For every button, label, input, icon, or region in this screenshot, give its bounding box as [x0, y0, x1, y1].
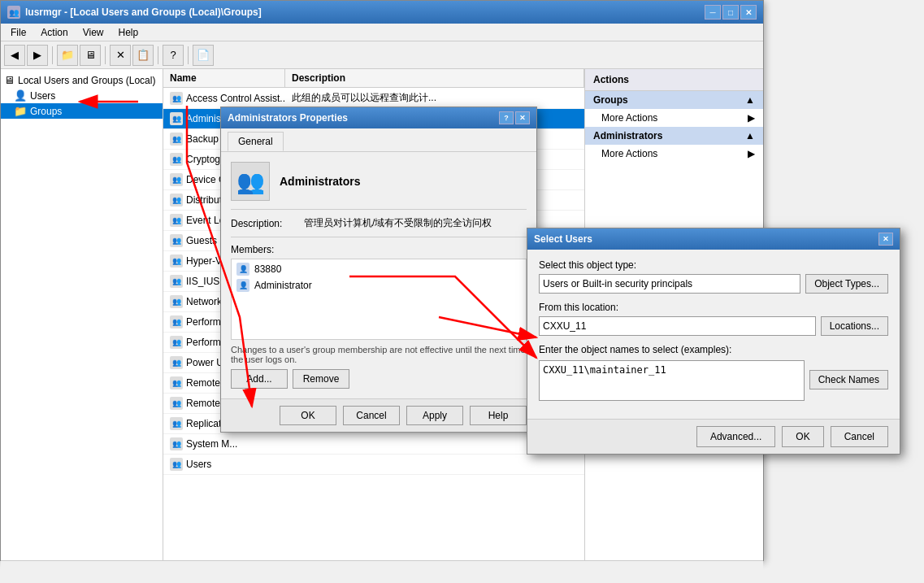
admin-props-title: Administrators Properties	[228, 112, 348, 124]
description-value: 管理员对计算机/域有不受限制的完全访问权	[304, 216, 527, 230]
show-hide-button[interactable]: 🖥	[80, 45, 101, 66]
ok-button[interactable]: OK	[280, 406, 336, 425]
list-header: Name Description	[163, 69, 584, 88]
actions-title: Actions	[585, 69, 763, 91]
object-types-button[interactable]: Object Types...	[805, 274, 888, 294]
enter-names-label: Enter the object names to select (exampl…	[539, 344, 888, 355]
select-users-body: Select this object type: Object Types...…	[527, 250, 900, 419]
members-label: Members:	[231, 244, 527, 255]
forward-button[interactable]: ▶	[27, 45, 48, 66]
group-icon: 👥	[170, 397, 183, 410]
advanced-button[interactable]: Advanced...	[696, 426, 775, 447]
select-users-close-btn[interactable]: ✕	[878, 233, 893, 246]
actions-administrators-label: Administrators	[593, 130, 662, 141]
admin-member-buttons: Add... Remove	[231, 369, 527, 389]
enter-names-row: Check Names	[539, 359, 888, 401]
users-icon: 👤	[14, 89, 27, 102]
member-icon-2: 👤	[236, 279, 249, 292]
ok-button[interactable]: OK	[782, 426, 823, 447]
tree-root[interactable]: 🖥 Local Users and Groups (Local)	[1, 72, 163, 88]
select-users-dialog: Select Users ✕ Select this object type: …	[527, 228, 900, 455]
group-icon: 👥	[170, 315, 183, 328]
group-icon: 👥	[170, 173, 183, 186]
note-text: Changes to a user's group membership are…	[231, 345, 527, 364]
help-button[interactable]: Help	[470, 406, 527, 425]
object-type-input[interactable]	[539, 274, 800, 294]
delete-button[interactable]: ✕	[110, 45, 131, 66]
menu-view[interactable]: View	[76, 25, 111, 40]
description-field: Description: 管理员对计算机/域有不受限制的完全访问权	[231, 216, 527, 230]
left-panel: 🖥 Local Users and Groups (Local) 👤 Users…	[1, 69, 163, 560]
admin-props-help-btn[interactable]: ?	[499, 111, 514, 124]
group-icon: 👥	[170, 417, 183, 430]
object-type-row: Object Types...	[539, 274, 888, 294]
locations-button[interactable]: Locations...	[821, 316, 888, 336]
cancel-button[interactable]: Cancel	[831, 426, 888, 447]
administrators-more-actions[interactable]: More Actions ▶	[585, 145, 763, 163]
tree-users[interactable]: 👤 Users	[1, 88, 163, 103]
menu-bar: File Action View Help	[1, 24, 763, 41]
cancel-button[interactable]: Cancel	[343, 406, 400, 425]
up-button[interactable]: 📁	[57, 45, 78, 66]
tab-general[interactable]: General	[228, 132, 284, 151]
remove-button[interactable]: Remove	[293, 369, 349, 389]
toolbar-sep-2	[105, 46, 106, 64]
administrators-more-actions-label: More Actions	[601, 148, 657, 159]
help-button[interactable]: ?	[163, 45, 184, 66]
properties-button[interactable]: 📋	[132, 45, 154, 66]
check-names-button[interactable]: Check Names	[809, 370, 888, 389]
list-item[interactable]: 👥System M...	[163, 434, 584, 455]
admin-props-close-btn[interactable]: ✕	[515, 111, 530, 124]
group-icon: 👥	[170, 92, 183, 105]
separator-1	[231, 209, 527, 210]
object-type-label: Select this object type:	[539, 259, 888, 271]
list-item[interactable]: 👥Users	[163, 455, 584, 475]
tree-users-label: Users	[30, 90, 55, 102]
groups-more-actions[interactable]: More Actions ▶	[585, 109, 763, 127]
menu-file[interactable]: File	[4, 25, 33, 40]
select-users-title-buttons: ✕	[878, 233, 893, 246]
tree-groups[interactable]: 📁 Groups	[1, 103, 163, 119]
title-bar-buttons: ─ □ ✕	[705, 5, 757, 20]
member-name-2: Administrator	[254, 280, 312, 291]
admin-props-tabs: General	[221, 128, 536, 152]
menu-help[interactable]: Help	[112, 25, 145, 40]
location-input[interactable]	[539, 316, 816, 336]
apply-button[interactable]: Apply	[406, 406, 463, 425]
group-icon: 👥	[170, 458, 183, 471]
folder-icon: 📁	[14, 105, 27, 117]
administrators-collapse-icon: ▲	[745, 130, 755, 141]
close-button[interactable]: ✕	[740, 5, 757, 20]
group-icon: 👥	[170, 153, 183, 166]
member-name-1: 83880	[254, 263, 281, 275]
member-item[interactable]: 👤 83880	[233, 261, 524, 277]
admin-group-icon: 👥	[231, 162, 270, 201]
location-label: From this location:	[539, 302, 888, 313]
header-description: Description	[285, 69, 584, 87]
member-item[interactable]: 👤 Administrator	[233, 277, 524, 294]
back-button[interactable]: ◀	[4, 45, 25, 66]
groups-more-actions-arrow: ▶	[748, 112, 755, 124]
minimize-button[interactable]: ─	[705, 5, 721, 20]
admin-props-title-bar: Administrators Properties ? ✕	[221, 107, 536, 128]
select-users-title-bar: Select Users ✕	[527, 228, 900, 250]
maximize-button[interactable]: □	[722, 5, 739, 20]
header-name: Name	[163, 69, 285, 87]
menu-action[interactable]: Action	[34, 25, 74, 40]
toolbar: ◀ ▶ 📁 🖥 ✕ 📋 ? 📄	[1, 41, 763, 69]
main-window-title: lusrmgr - [Local Users and Groups (Local…	[25, 7, 262, 18]
add-button[interactable]: Add...	[231, 369, 288, 389]
enter-names-textarea[interactable]	[539, 360, 805, 401]
group-icon: 👥	[170, 194, 183, 207]
group-icon: 👥	[170, 133, 183, 146]
description-label: Description:	[231, 216, 304, 229]
main-title-bar: 👥 lusrmgr - [Local Users and Groups (Loc…	[1, 1, 763, 24]
new-window-button[interactable]: 📄	[193, 45, 214, 66]
admin-props-dialog: Administrators Properties ? ✕ General 👥 …	[220, 107, 537, 433]
admin-header-row: 👥 Administrators	[231, 162, 527, 201]
groups-more-actions-label: More Actions	[601, 112, 657, 124]
member-icon-1: 👤	[236, 263, 249, 276]
tree-root-label: Local Users and Groups (Local)	[18, 75, 155, 86]
admin-group-name: Administrators	[280, 175, 361, 188]
group-icon: 👥	[170, 376, 183, 389]
